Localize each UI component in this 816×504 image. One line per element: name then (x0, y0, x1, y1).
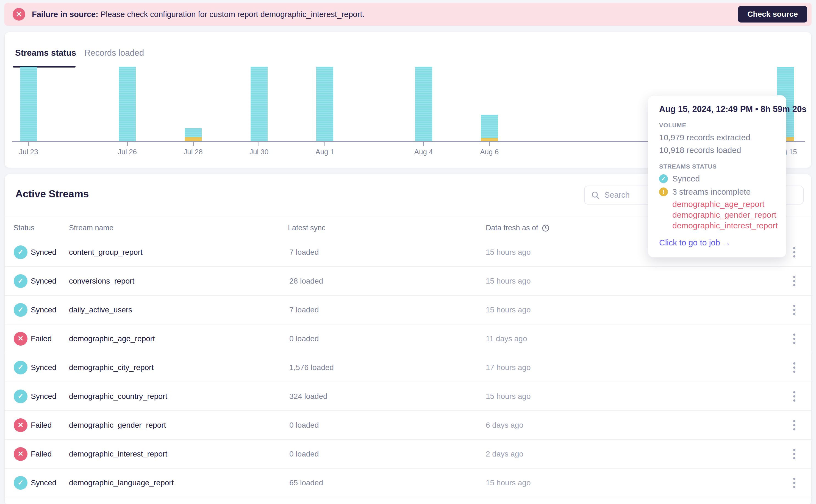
latest-sync-value: 7 loaded (289, 248, 319, 257)
row-menu-button[interactable] (791, 360, 798, 375)
axis-tick-label: Aug 6 (470, 148, 508, 156)
chart-bar-jul-30[interactable] (251, 67, 268, 141)
status-icon (14, 245, 27, 259)
status-icon (14, 418, 27, 432)
status-icon (14, 390, 27, 403)
axis-tick (259, 142, 259, 146)
row-menu-button[interactable] (791, 245, 798, 260)
axis-tick (423, 142, 424, 146)
row-menu-button[interactable] (791, 418, 798, 433)
data-fresh-value: 15 hours ago (486, 478, 530, 487)
row-menu-button[interactable] (791, 303, 798, 317)
error-banner-message-strong: Failure in source: (32, 10, 98, 19)
data-fresh-value: 17 hours ago (486, 363, 530, 372)
axis-tick-label: Jul 23 (9, 148, 48, 156)
row-menu-button[interactable] (791, 274, 798, 289)
failed-stream-link[interactable]: demographic_interest_report (672, 220, 775, 231)
error-banner-message: Failure in source: Please check configur… (32, 10, 365, 19)
row-menu-button[interactable] (791, 389, 798, 404)
data-fresh-value: 6 days ago (486, 421, 523, 430)
latest-sync-value: 324 loaded (289, 392, 328, 401)
row-menu-button[interactable] (791, 475, 798, 490)
table-row: Synced demographic_country_report 324 lo… (5, 382, 811, 411)
status-icon (14, 447, 27, 461)
axis-tick (193, 142, 194, 146)
check-source-button[interactable]: Check source (738, 6, 807, 23)
chart-bar-aug-1[interactable] (316, 67, 333, 141)
axis-tick (127, 142, 128, 146)
table-row: Synced daily_active_users 7 loaded 15 ho… (5, 296, 811, 324)
status-icon (14, 274, 27, 288)
status-label: Failed (31, 421, 52, 430)
go-to-job-link[interactable]: Click to go to job → (659, 238, 775, 247)
axis-tick (28, 142, 29, 146)
tooltip-records-loaded: 10,918 records loaded (659, 145, 775, 155)
latest-sync-value: 7 loaded (289, 306, 319, 314)
tooltip-volume-label: VOLUME (659, 122, 775, 129)
latest-sync-value: 1,576 loaded (289, 363, 334, 372)
tooltip-incomplete-text: 3 streams incomplete (672, 187, 751, 197)
stream-name: conversions_report (69, 277, 134, 285)
stream-name: demographic_language_report (69, 478, 173, 487)
data-fresh-value: 15 hours ago (486, 306, 530, 314)
axis-tick-label: Jul 28 (174, 148, 213, 156)
row-menu-button[interactable] (791, 447, 798, 461)
status-icon (14, 361, 27, 374)
error-circle-icon: ✕ (13, 8, 25, 21)
tooltip-title: Aug 15, 2024, 12:49 PM • 8h 59m 20s (659, 104, 775, 114)
status-icon (14, 303, 27, 317)
column-header-data-fresh: Data fresh as of (486, 224, 550, 232)
failed-stream-link[interactable]: demographic_age_report (672, 199, 775, 209)
sync-tooltip: Aug 15, 2024, 12:49 PM • 8h 59m 20s VOLU… (648, 95, 786, 257)
tooltip-records-extracted: 10,979 records extracted (659, 133, 775, 142)
status-icon (14, 476, 27, 490)
tooltip-synced-text: Synced (672, 174, 700, 183)
error-banner-message-rest: Please check configuration for custom re… (98, 10, 365, 19)
latest-sync-value: 0 loaded (289, 450, 319, 458)
chart-bar-aug-6[interactable] (481, 115, 498, 141)
clock-icon (541, 224, 550, 232)
data-fresh-value: 15 hours ago (486, 392, 530, 401)
search-icon (591, 191, 600, 200)
data-fresh-value: 15 hours ago (486, 248, 530, 257)
chart-bar-warning-segment (184, 137, 201, 141)
column-header-status: Status (13, 224, 35, 232)
stream-name: demographic_gender_report (69, 421, 166, 430)
chart-bar-jul-28[interactable] (184, 128, 201, 141)
status-label: Synced (31, 248, 56, 257)
failed-stream-link[interactable]: demographic_gender_report (672, 209, 775, 220)
status-label: Synced (31, 277, 56, 285)
table-row: Failed demographic_gender_report 0 loade… (5, 411, 811, 440)
axis-tick (325, 142, 325, 146)
stream-name: content_group_report (69, 248, 142, 257)
column-header-data-fresh-label: Data fresh as of (486, 224, 538, 232)
streams-table-body: Synced content_group_report 7 loaded 15 … (5, 238, 811, 497)
table-row: Synced demographic_language_report 65 lo… (5, 469, 811, 497)
status-icon (14, 332, 27, 346)
status-label: Synced (31, 478, 56, 487)
active-streams-title: Active Streams (15, 188, 89, 200)
axis-tick-label: Jul 26 (108, 148, 146, 156)
error-banner: ✕ Failure in source: Please check config… (4, 3, 812, 26)
table-row: Synced conversions_report 28 loaded 15 h… (5, 267, 811, 296)
axis-tick-label: Jul 30 (240, 148, 278, 156)
status-label: Synced (31, 363, 56, 372)
chart-bar-jul-23[interactable] (20, 67, 37, 141)
stream-name: demographic_interest_report (69, 450, 167, 458)
stream-name: demographic_city_report (69, 363, 153, 372)
stream-name: daily_active_users (69, 306, 132, 314)
latest-sync-value: 0 loaded (289, 421, 319, 430)
table-row: Failed demographic_age_report 0 loaded 1… (5, 324, 811, 353)
column-header-stream-name: Stream name (69, 224, 113, 232)
tooltip-incomplete-row: ! 3 streams incomplete (659, 187, 775, 197)
check-circle-icon: ✓ (659, 174, 668, 183)
latest-sync-value: 0 loaded (289, 334, 319, 343)
chart-bar-jul-26[interactable] (119, 67, 136, 141)
status-label: Synced (31, 392, 56, 401)
data-fresh-value: 2 days ago (486, 450, 523, 458)
row-menu-button[interactable] (791, 331, 798, 346)
column-header-latest-sync: Latest sync (288, 224, 326, 232)
data-fresh-value: 15 hours ago (486, 277, 530, 285)
tooltip-streams-status-label: STREAMS STATUS (659, 163, 775, 170)
chart-bar-aug-4[interactable] (415, 67, 432, 141)
